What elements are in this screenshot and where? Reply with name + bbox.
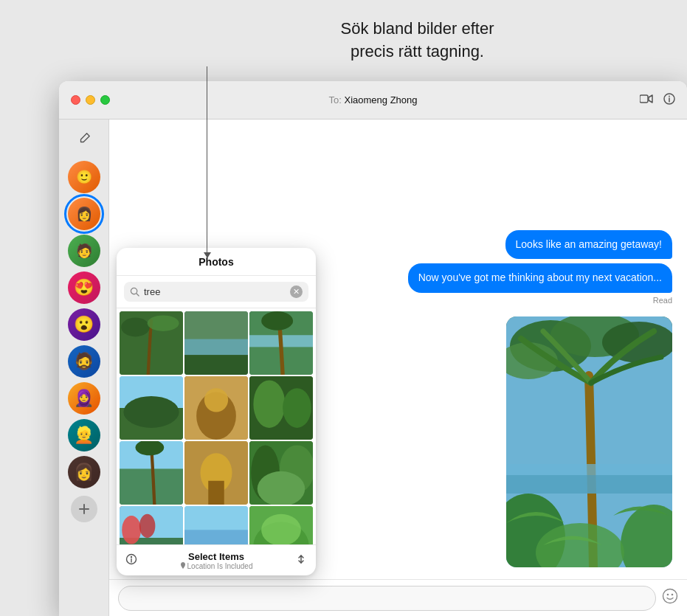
svg-rect-12 bbox=[506, 475, 672, 494]
photos-grid bbox=[117, 308, 316, 544]
location-label: Location Is Included bbox=[180, 562, 253, 570]
titlebar-recipient: To: Xiaomeng Zhong bbox=[329, 94, 418, 105]
photos-picker-popup: Photos ✕ bbox=[117, 248, 316, 575]
svg-point-35 bbox=[283, 388, 311, 428]
grid-view-icon[interactable] bbox=[125, 553, 137, 568]
chat-input-area bbox=[109, 579, 687, 616]
photo-thumb-3[interactable] bbox=[249, 311, 313, 375]
svg-point-49 bbox=[139, 514, 156, 538]
read-receipt: Read bbox=[653, 296, 672, 305]
svg-point-60 bbox=[663, 589, 677, 603]
shared-photo[interactable] bbox=[506, 316, 672, 567]
svg-rect-22 bbox=[184, 339, 248, 356]
location-text: Location Is Included bbox=[187, 562, 253, 570]
photo-thumb-4[interactable] bbox=[120, 376, 183, 440]
photos-search-area: ✕ bbox=[117, 276, 316, 308]
svg-point-48 bbox=[122, 516, 141, 544]
sidebar-contact-7[interactable]: 🧕 bbox=[68, 382, 100, 415]
close-button[interactable] bbox=[71, 95, 80, 105]
sidebar-contact-6[interactable]: 🧔 bbox=[68, 345, 100, 378]
photo-thumb-6[interactable] bbox=[249, 376, 313, 440]
message-bubble-2: Now you've got me thinking about my next… bbox=[408, 263, 672, 293]
message-text-1: Looks like an amazing getaway! bbox=[516, 238, 662, 250]
photo-thumb-2[interactable] bbox=[184, 311, 248, 375]
svg-point-29 bbox=[123, 396, 179, 428]
photo-thumb-8[interactable] bbox=[184, 441, 248, 505]
search-clear-button[interactable]: ✕ bbox=[290, 285, 303, 298]
photos-picker-footer: Select Items Location Is Included bbox=[117, 544, 316, 575]
titlebar: To: Xiaomeng Zhong bbox=[59, 81, 687, 120]
svg-line-17 bbox=[137, 294, 139, 296]
photo-thumb-9[interactable] bbox=[249, 441, 313, 505]
svg-rect-0 bbox=[640, 95, 648, 103]
sidebar-contact-8[interactable]: 👱 bbox=[68, 419, 100, 451]
photo-thumb-10[interactable] bbox=[120, 506, 183, 544]
sidebar-contact-5[interactable]: 😮 bbox=[68, 308, 100, 341]
photo-preview bbox=[506, 316, 672, 567]
traffic-lights bbox=[71, 95, 110, 105]
chat-area: Looks like an amazing getaway! Now you'v… bbox=[109, 120, 687, 616]
sort-icon[interactable] bbox=[295, 553, 307, 568]
to-label: To: bbox=[329, 94, 342, 105]
footer-center: Select Items Location Is Included bbox=[180, 551, 253, 570]
add-conversation-button[interactable] bbox=[71, 496, 97, 522]
sidebar-contact-1[interactable]: 🙂 bbox=[68, 161, 100, 193]
message-input[interactable] bbox=[118, 586, 656, 611]
svg-point-45 bbox=[258, 471, 305, 505]
messages-window: To: Xiaomeng Zhong 🙂 👩 🧑 😍 😮 bbox=[59, 81, 687, 616]
location-icon bbox=[180, 562, 186, 570]
photo-thumb-5[interactable] bbox=[184, 376, 248, 440]
photos-picker-header: Photos bbox=[117, 248, 316, 276]
svg-point-34 bbox=[253, 380, 285, 428]
compose-button[interactable] bbox=[71, 125, 97, 152]
svg-rect-52 bbox=[184, 530, 248, 544]
sidebar-contact-3[interactable]: 🧑 bbox=[68, 235, 100, 267]
svg-point-3 bbox=[669, 95, 670, 97]
tooltip-annotation: Sök bland bilder efter precis rätt tagni… bbox=[148, 0, 687, 81]
maximize-button[interactable] bbox=[100, 95, 110, 105]
message-bubble-1: Looks like an amazing getaway! bbox=[505, 230, 672, 260]
svg-point-62 bbox=[672, 594, 674, 596]
select-items-label: Select Items bbox=[180, 551, 253, 562]
info-icon[interactable] bbox=[663, 93, 675, 108]
message-text-2: Now you've got me thinking about my next… bbox=[418, 271, 662, 283]
window-body: 🙂 👩 🧑 😍 😮 🧔 🧕 👱 👩 Looks lik bbox=[59, 120, 687, 616]
tooltip-text: Sök bland bilder efter precis rätt tagni… bbox=[341, 18, 494, 63]
photo-thumb-12[interactable] bbox=[249, 506, 313, 544]
svg-point-19 bbox=[121, 318, 150, 337]
svg-point-26 bbox=[261, 311, 293, 331]
photo-thumb-7[interactable] bbox=[120, 441, 183, 505]
photos-search-input[interactable] bbox=[144, 286, 286, 297]
emoji-picker-button[interactable] bbox=[662, 588, 678, 608]
sidebar-contact-9[interactable]: 👩 bbox=[68, 456, 100, 488]
search-field-container: ✕ bbox=[124, 282, 308, 302]
svg-point-55 bbox=[261, 514, 301, 544]
clear-icon: ✕ bbox=[293, 287, 300, 297]
photo-thumb-1[interactable] bbox=[120, 311, 183, 375]
sidebar-contact-2-active[interactable]: 👩 bbox=[68, 198, 100, 230]
svg-point-32 bbox=[204, 388, 228, 412]
titlebar-actions bbox=[640, 93, 675, 108]
video-call-icon[interactable] bbox=[640, 94, 653, 107]
sidebar-contact-4[interactable]: 😍 bbox=[68, 271, 100, 304]
sidebar: 🙂 👩 🧑 😍 😮 🧔 🧕 👱 👩 bbox=[59, 120, 109, 616]
tooltip-pointer-line bbox=[207, 66, 207, 258]
svg-point-20 bbox=[148, 315, 179, 331]
svg-point-57 bbox=[131, 556, 132, 557]
search-icon bbox=[130, 287, 139, 297]
minimize-button[interactable] bbox=[86, 95, 95, 105]
svg-point-61 bbox=[667, 594, 669, 596]
svg-rect-41 bbox=[208, 481, 224, 505]
photo-thumb-11[interactable] bbox=[184, 506, 248, 544]
contact-name: Xiaomeng Zhong bbox=[344, 94, 417, 105]
svg-rect-23 bbox=[184, 355, 248, 375]
svg-rect-37 bbox=[120, 469, 183, 505]
